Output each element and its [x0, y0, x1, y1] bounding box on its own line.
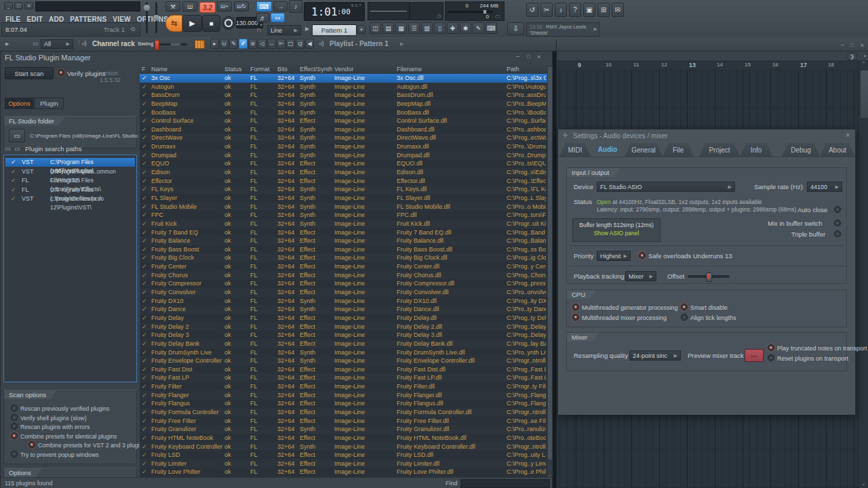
- plugin-row[interactable]: ✓Fruity BalanceokFL32+64EffectImage-Line…: [140, 237, 547, 245]
- settings-tab-info[interactable]: Info: [740, 143, 772, 157]
- record-button[interactable]: [222, 16, 235, 30]
- col-header-format[interactable]: Format: [250, 65, 270, 74]
- table-scroll-down-icon[interactable]: ⌄: [548, 472, 551, 477]
- title-edit-field[interactable]: [35, 1, 140, 12]
- loop-record-icon[interactable]: Ш↻: [234, 1, 249, 12]
- snap-magnet-icon[interactable]: U: [220, 39, 229, 49]
- scroll-down-icon[interactable]: ⌄: [861, 481, 866, 487]
- master-pitch-slider[interactable]: [155, 2, 157, 33]
- plugin-row[interactable]: ✓Fruity 7 Band EQokFL32+64EffectImage-Li…: [140, 228, 547, 237]
- col-header-path[interactable]: Path: [507, 65, 519, 74]
- play-marker-tool-icon[interactable]: ▸: [210, 39, 219, 49]
- plugin-row[interactable]: ✓DirectWaveokFL32+64SynthImage-LineDirec…: [140, 134, 547, 142]
- slice-tool-icon[interactable]: ✄: [277, 39, 285, 49]
- playlist-minimize-button[interactable]: –: [841, 41, 844, 48]
- playlist-label[interactable]: Playlist - Pattern 1: [330, 40, 389, 47]
- plugin-row[interactable]: ✓BeepMapokFL32+64SynthImage-LineBeepMap.…: [140, 100, 547, 108]
- app-close-button[interactable]: ×: [24, 2, 33, 9]
- mix-in-buffer-radio[interactable]: [834, 220, 841, 226]
- safe-overloads-radio[interactable]: [639, 252, 646, 259]
- channel-rack-label[interactable]: Channel rack: [92, 40, 135, 47]
- resource-monitor[interactable]: 0 244 MB 0 ⬭: [445, 1, 505, 21]
- menu-options[interactable]: OPTIONS: [137, 16, 168, 23]
- pattern-selector[interactable]: Pattern 1: [312, 24, 357, 36]
- touch-controller-icon[interactable]: ✱: [460, 22, 471, 34]
- metronome-icon[interactable]: Ш: [182, 1, 197, 12]
- search-path-row[interactable]: ✓VSTc:\program files (x..io 12\Plugins\V…: [5, 195, 135, 203]
- plugin-row[interactable]: ✓FPCokFL32+64SynthImage-LineFPC.dllC:\Pr…: [140, 211, 547, 220]
- playlist-next-arrow[interactable]: ▶: [400, 41, 403, 47]
- plugin-row[interactable]: ✓Fruity Fast DistokFL32+64EffectImage-Li…: [140, 365, 547, 374]
- record-mic-icon[interactable]: ♪: [555, 3, 567, 17]
- plugin-row[interactable]: ✓FL KeysokFL32+64SynthImage-LineFL Keys.…: [140, 185, 547, 194]
- channel-filter-selector[interactable]: All▶: [41, 39, 73, 49]
- pm-minimize-button[interactable]: –: [516, 53, 519, 60]
- settings-tab-midi[interactable]: MIDI: [559, 143, 591, 157]
- step-edit-button[interactable]: →: [273, 1, 288, 12]
- radio-try-to-prevent-popup-windows[interactable]: [11, 451, 18, 458]
- plugin-row[interactable]: ✓Fruity HTML NoteBookokFL32+64EffectImag…: [140, 434, 547, 443]
- col-header-vendor[interactable]: Vendor: [334, 65, 354, 74]
- help-icon[interactable]: ?: [569, 3, 581, 17]
- plugin-row[interactable]: ✓Fruity FlangerokFL32+64EffectImage-Line…: [140, 391, 547, 400]
- plugin-row[interactable]: ✓AutogunokFL32+64SynthImage-LineAutogun.…: [140, 83, 547, 92]
- typing-keyboard-icon[interactable]: ⌨: [486, 22, 497, 34]
- plugin-row[interactable]: ✓Fruity Fast LPokFL32+64EffectImage-Line…: [140, 373, 547, 382]
- master-volume-slider[interactable]: [146, 2, 148, 33]
- col-header-status[interactable]: Status: [224, 65, 242, 74]
- plugin-row[interactable]: ✓Fruity FlangusokFL32+64EffectImage-Line…: [140, 399, 547, 408]
- plugin-row[interactable]: ✓Fruity DrumSynth LiveokFL32+64SynthImag…: [140, 348, 547, 357]
- fl-folder-browse-button[interactable]: ▭: [9, 129, 25, 142]
- scroll-up-icon[interactable]: ⌃: [861, 61, 866, 67]
- plugin-row[interactable]: ✓Fruity LimiterokFL32+64EffectImage-Line…: [140, 460, 547, 468]
- plugin-row[interactable]: ✓BooBassokFL32+64SynthImage-LineBooBass.…: [140, 108, 547, 117]
- preview-mixer-track-value[interactable]: ---: [745, 349, 764, 362]
- start-scan-button[interactable]: Start scan: [5, 67, 54, 79]
- radio-combine-presets-for-identical-plugins[interactable]: [11, 432, 18, 439]
- slip-tool-icon[interactable]: ↔: [267, 39, 276, 49]
- playlist-window-icon[interactable]: ◫: [370, 22, 381, 34]
- playlist-vscrollbar[interactable]: ⌃ ⌄: [858, 60, 868, 488]
- playlist-scroll-thumb[interactable]: [860, 70, 868, 119]
- app-minimize-button[interactable]: _: [4, 2, 13, 9]
- swing-slider[interactable]: [153, 43, 187, 45]
- pm-maximize-button[interactable]: □: [527, 54, 530, 60]
- pattern-prev-arrow[interactable]: ▶: [305, 26, 309, 32]
- plugin-row[interactable]: ✓EffectorokFL32+64EffectImage-LineEffect…: [140, 177, 547, 186]
- marker-dot-icon[interactable]: ▪: [864, 53, 866, 59]
- pm-tab-options[interactable]: Options: [5, 98, 34, 109]
- save-icon[interactable]: ▣: [583, 3, 595, 17]
- time-display-panel[interactable]: B:S:T 1:01 :00: [304, 2, 365, 21]
- plugin-row[interactable]: ✓Fruity CompressorokFL32+64EffectImage-L…: [140, 279, 547, 288]
- device-selector[interactable]: FL Studio ASIO▶: [597, 182, 735, 192]
- plugin-row[interactable]: ✓Fruity Love PhilterokFL32+64EffectImage…: [140, 468, 547, 476]
- volume-slider-handle[interactable]: [144, 5, 150, 11]
- stop-button[interactable]: ■: [202, 15, 220, 32]
- link-notes-button[interactable]: ∾: [271, 13, 285, 22]
- plugin-row[interactable]: ✓Fruity CenterokFL32+64EffectImage-LineF…: [140, 262, 547, 271]
- save-as-icon[interactable]: ⊞: [597, 3, 610, 17]
- search-path-row[interactable]: ✓FLC:\Program Files (x8..s\Fruity\Effect…: [5, 176, 135, 185]
- undo-icon[interactable]: ↺: [526, 3, 538, 17]
- playback-tool-icon[interactable]: ◀: [305, 39, 314, 49]
- typing-to-piano-button[interactable]: ⌨: [256, 1, 272, 12]
- plugin-picker-icon[interactable]: ✚: [447, 22, 458, 34]
- app-restore-button[interactable]: □: [14, 2, 23, 9]
- radio-rescan-plugins-with-errors[interactable]: [11, 423, 18, 430]
- keyboard-view-toggle[interactable]: [195, 40, 205, 49]
- col-header-filename[interactable]: Filename: [397, 65, 422, 74]
- shuffle-button[interactable]: ⇆: [165, 15, 182, 32]
- piano-roll-window-icon[interactable]: ▦: [395, 22, 407, 34]
- show-asio-link[interactable]: Show ASIO panel: [573, 230, 660, 237]
- swing-slider-handle[interactable]: [155, 40, 159, 50]
- auto-close-radio[interactable]: [834, 206, 841, 213]
- plugin-row[interactable]: ✓Fruity ConvolverokFL32+64EffectImage-Li…: [140, 288, 547, 297]
- news-hint-panel[interactable]: 13.10 RMX Jayce Lewis 'Shields' ▶: [526, 22, 599, 37]
- search-path-row[interactable]: ✓FLC:\Program Files (..Fruity\Generators…: [5, 186, 135, 195]
- verify-plugins-radio[interactable]: [58, 69, 64, 76]
- plugin-row[interactable]: ✓Fruity LSDokFL32+64EffectImage-LineFrui…: [140, 451, 547, 460]
- plugin-row[interactable]: ✓Fruity Delay 2okFL32+64EffectImage-Line…: [140, 323, 547, 331]
- plugin-row[interactable]: ✓Fruity FilterokFL32+64EffectImage-LineF…: [140, 382, 547, 391]
- search-paths-box[interactable]: ✓VSTC:\Program Files (x86)\VstPlugins\✓V…: [3, 155, 137, 382]
- project-info-icon[interactable]: ▯: [434, 22, 446, 34]
